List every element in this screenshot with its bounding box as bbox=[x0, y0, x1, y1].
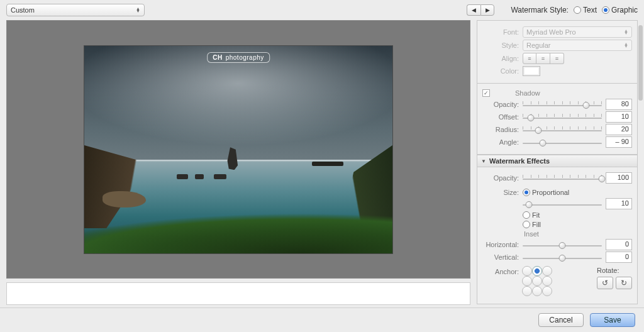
scrollbar[interactable] bbox=[638, 25, 643, 301]
align-right-icon: ≡ bbox=[550, 53, 564, 64]
shadow-offset-slider[interactable] bbox=[523, 111, 602, 123]
inset-title: Inset bbox=[524, 230, 632, 238]
next-image-button[interactable]: ▶ bbox=[480, 4, 494, 16]
cancel-button[interactable]: Cancel bbox=[538, 313, 584, 327]
anchor-cell[interactable] bbox=[532, 276, 542, 286]
radio-icon bbox=[523, 221, 530, 228]
shadow-angle-slider[interactable] bbox=[523, 136, 602, 148]
shadow-title: Shadow bbox=[515, 89, 540, 97]
size-proportional-radio[interactable]: Proportional bbox=[523, 189, 569, 196]
shadow-radius-slider[interactable] bbox=[523, 124, 602, 135]
anchor-cell[interactable] bbox=[522, 286, 532, 296]
shadow-opacity-slider[interactable] bbox=[523, 99, 602, 110]
preview-image: CH photography bbox=[84, 46, 392, 253]
anchor-cell[interactable] bbox=[522, 266, 532, 276]
inset-vertical-slider[interactable] bbox=[523, 252, 602, 263]
anchor-cell[interactable] bbox=[542, 276, 552, 286]
radio-icon bbox=[523, 189, 530, 196]
watermark-overlay: CH photography bbox=[207, 52, 270, 63]
radio-icon bbox=[574, 6, 581, 14]
rotate-label: Rotate: bbox=[597, 267, 619, 274]
preset-select[interactable]: Custom ▲▼ bbox=[6, 4, 145, 16]
anchor-cell[interactable] bbox=[542, 266, 552, 276]
shadow-offset-value[interactable]: 10 bbox=[606, 111, 632, 123]
shadow-angle-value[interactable]: – 90 bbox=[606, 136, 632, 148]
align-segmented: ≡ ≡ ≡ bbox=[523, 53, 564, 64]
style-text-radio[interactable]: Text bbox=[574, 6, 597, 14]
anchor-cell[interactable] bbox=[522, 276, 532, 286]
preview-area[interactable]: CH photography bbox=[6, 20, 470, 279]
shadow-checkbox[interactable] bbox=[482, 89, 490, 97]
font-select: Myriad Web Pro ▲▼ bbox=[523, 26, 632, 38]
style-graphic-radio[interactable]: Graphic bbox=[602, 6, 638, 14]
effects-header[interactable]: ▼ Watermark Effects bbox=[477, 155, 638, 167]
font-label: Font: bbox=[482, 28, 519, 36]
inset-horizontal-slider[interactable] bbox=[523, 239, 602, 250]
shadow-opacity-value[interactable]: 80 bbox=[606, 99, 632, 110]
size-value[interactable]: 10 bbox=[606, 198, 632, 209]
filmstrip bbox=[6, 282, 470, 305]
align-center-icon: ≡ bbox=[536, 53, 550, 64]
inset-vertical-value[interactable]: 0 bbox=[606, 252, 632, 263]
prev-image-button[interactable]: ◀ bbox=[467, 4, 480, 16]
effects-opacity-value[interactable]: 100 bbox=[606, 172, 632, 184]
anchor-grid[interactable] bbox=[523, 267, 553, 297]
save-button[interactable]: Save bbox=[590, 313, 635, 327]
color-well bbox=[523, 66, 540, 76]
anchor-cell[interactable] bbox=[542, 286, 552, 296]
radio-icon bbox=[602, 6, 609, 14]
color-label: Color: bbox=[482, 67, 519, 75]
size-fill-radio[interactable]: Fill bbox=[523, 221, 541, 228]
radio-icon bbox=[523, 211, 530, 219]
inset-horizontal-value[interactable]: 0 bbox=[606, 239, 632, 250]
align-label: Align: bbox=[482, 55, 519, 62]
size-slider[interactable] bbox=[523, 198, 602, 209]
anchor-cell[interactable] bbox=[532, 266, 542, 276]
align-left-icon: ≡ bbox=[523, 53, 536, 64]
effects-opacity-slider[interactable] bbox=[523, 172, 602, 184]
preset-value: Custom bbox=[11, 6, 35, 14]
size-fit-radio[interactable]: Fit bbox=[523, 211, 540, 219]
chevron-updown-icon: ▲▼ bbox=[136, 8, 140, 13]
disclosure-triangle-icon: ▼ bbox=[481, 158, 486, 164]
anchor-cell[interactable] bbox=[532, 286, 542, 296]
rotate-ccw-button[interactable]: ↺ bbox=[597, 277, 613, 289]
font-style-select: Regular ▲▼ bbox=[523, 40, 632, 51]
style-label: Style: bbox=[482, 42, 519, 49]
rotate-cw-button[interactable]: ↻ bbox=[616, 277, 632, 289]
shadow-radius-value[interactable]: 20 bbox=[606, 124, 632, 135]
watermark-style-label: Watermark Style: bbox=[511, 6, 569, 14]
